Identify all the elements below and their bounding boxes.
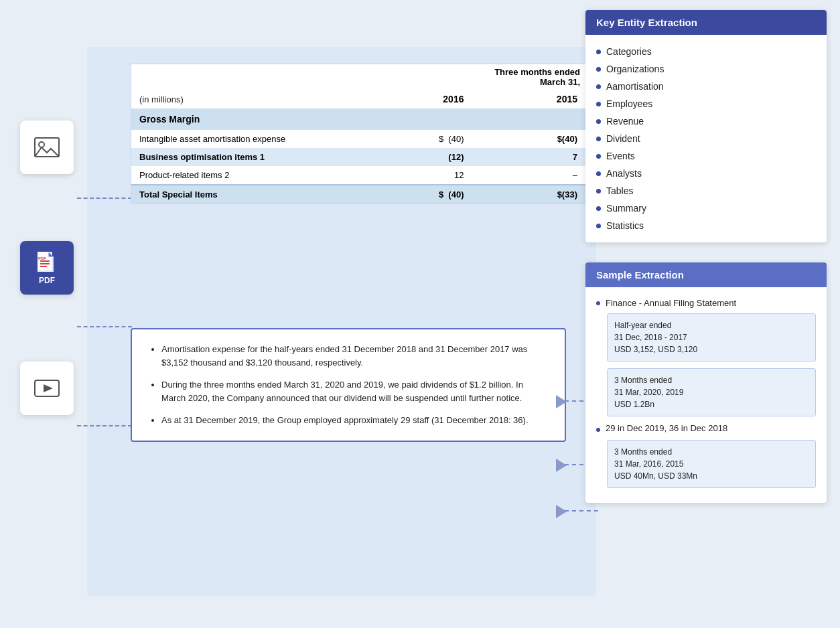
- bullet-dot: [596, 189, 601, 193]
- list-item: Categories: [596, 43, 816, 60]
- pdf-label: PDF: [39, 276, 55, 285]
- card2-line1: 3 Months ended: [614, 374, 809, 386]
- video-icon: [32, 374, 62, 403]
- financial-table: Three months ended March 31, (in million…: [131, 64, 585, 204]
- svg-marker-8: [44, 384, 53, 392]
- arrow-1: [556, 394, 567, 408]
- finance-label-row: Finance - Annual Filing Statement: [596, 295, 816, 313]
- row3-val-2016: 12: [381, 166, 472, 185]
- standalone-text-row: 29 in Dec 2019, 36 in Dec 2018: [596, 423, 816, 433]
- connector-bullet-card3: [565, 510, 598, 512]
- sample-extraction-box: Sample Extraction Finance - Annual Filin…: [585, 262, 827, 503]
- table-row: Intangible asset amortisation expense $ …: [131, 130, 585, 148]
- list-item: Divident: [596, 130, 816, 147]
- bullet-dot: [596, 102, 601, 106]
- list-item: Organizations: [596, 60, 816, 78]
- finance-label: Finance - Annual Filing Statement: [606, 298, 736, 308]
- row4-val-2015: $(33): [472, 185, 585, 204]
- period-header: Three months ended March 31,: [381, 64, 585, 90]
- row1-symbol-2016: $ (40): [381, 130, 472, 148]
- list-item: Statistics: [596, 217, 816, 234]
- row4-desc: Total Special Items: [131, 185, 381, 204]
- bullet-list: Amortisation expense for the half-years …: [148, 343, 549, 427]
- in-millions: (in millions): [131, 90, 381, 108]
- col-2015-header: 2015: [472, 90, 585, 108]
- bullet-dot: [596, 171, 601, 176]
- extraction-card-1: Half-year ended 31 Dec, 2018 - 2017 USD …: [607, 313, 816, 362]
- bullet-dot: [596, 67, 601, 72]
- connector-line-3: [77, 198, 132, 199]
- card2-line2: 31 Mar, 2020, 2019: [614, 386, 809, 398]
- list-item: Employees: [596, 95, 816, 112]
- bullet-dot: [596, 84, 601, 89]
- table-row: Business optimisation items 1 (12) 7: [131, 148, 585, 166]
- bullet-dot: [596, 206, 601, 211]
- card4-line1: 3 Months ended: [614, 446, 809, 458]
- row2-val-2015: 7: [472, 148, 585, 166]
- connector-line-1: [77, 326, 132, 327]
- list-item: Tables: [596, 182, 816, 200]
- gross-margin-row: Gross Margin: [131, 108, 585, 130]
- pdf-icon-box[interactable]: PDF PDF: [20, 241, 74, 295]
- pdf-icon: PDF: [35, 250, 59, 274]
- main-container: PDF PDF Three months ended March 31,: [0, 0, 840, 628]
- arrow-2: [556, 457, 567, 472]
- key-entity-list: Categories Organizations Aamortisation E…: [585, 35, 827, 242]
- bullet-dot: [596, 137, 601, 141]
- row1-desc: Intangible asset amortisation expense: [131, 130, 381, 148]
- list-item: Aamortisation: [596, 78, 816, 95]
- key-entity-header: Key Entity Extraction: [585, 10, 827, 35]
- bullet-dot: [596, 119, 601, 124]
- svg-text:PDF: PDF: [38, 256, 46, 260]
- bullet-dot: [596, 301, 600, 305]
- list-item: During the three months ended March 31, …: [161, 378, 549, 404]
- list-item: Revenue: [596, 112, 816, 130]
- extraction-card-2: 3 Months ended 31 Mar, 2020, 2019 USD 1.…: [607, 368, 816, 416]
- bullet-dot: [596, 224, 601, 228]
- bullet-dot: [596, 154, 601, 159]
- card4-line3: USD 40Mn, USD 33Mn: [614, 470, 809, 482]
- list-item: Amortisation expense for the half-years …: [161, 343, 549, 369]
- sample-extraction-header: Sample Extraction: [585, 262, 827, 287]
- col-2016-header: 2016: [381, 90, 472, 108]
- left-sidebar: PDF PDF: [20, 121, 74, 415]
- row4-symbol-2016: $ (40): [381, 185, 472, 204]
- row3-desc: Product-related items 2: [131, 166, 381, 185]
- key-entity-box: Key Entity Extraction Categories Organiz…: [585, 10, 827, 242]
- bullet-dot: [596, 428, 600, 432]
- row2-desc: Business optimisation items 1: [131, 148, 381, 166]
- card4-line2: 31 Mar, 2016, 2015: [614, 458, 809, 470]
- bullet-points-box: Amortisation expense for the half-years …: [131, 328, 566, 442]
- list-item: Summary: [596, 200, 816, 217]
- gross-margin-label: Gross Margin: [131, 108, 585, 130]
- row3-val-2015: –: [472, 166, 585, 185]
- extraction-card-4: 3 Months ended 31 Mar, 2016, 2015 USD 40…: [607, 440, 816, 488]
- row1-val-2015: $(40): [472, 130, 585, 148]
- sample-extraction-content: Finance - Annual Filing Statement Half-y…: [585, 287, 827, 503]
- video-icon-box[interactable]: [20, 362, 74, 415]
- table-row: Product-related items 2 12 –: [131, 166, 585, 185]
- list-item: Events: [596, 147, 816, 165]
- card1-line3: USD 3,152, USD 3,120: [614, 343, 809, 356]
- list-item: Analysts: [596, 165, 816, 182]
- card2-line3: USD 1.2Bn: [614, 398, 809, 410]
- table-row-total: Total Special Items $ (40) $(33): [131, 185, 585, 204]
- image-icon-box[interactable]: [20, 121, 74, 174]
- row2-val-2016: (12): [381, 148, 472, 166]
- bullet-dot: [596, 50, 601, 54]
- connector-line-2: [77, 425, 132, 426]
- card1-line2: 31 Dec, 2018 - 2017: [614, 331, 809, 343]
- image-icon: [32, 133, 62, 162]
- list-item: As at 31 December 2019, the Group employ…: [161, 414, 549, 427]
- arrow-3: [556, 503, 567, 518]
- card1-line1: Half-year ended: [614, 319, 809, 331]
- standalone-text: 29 in Dec 2019, 36 in Dec 2018: [606, 423, 727, 433]
- financial-table-container: Three months ended March 31, (in million…: [131, 64, 586, 204]
- right-panel: Key Entity Extraction Categories Organiz…: [585, 10, 827, 503]
- empty-header: [131, 64, 381, 90]
